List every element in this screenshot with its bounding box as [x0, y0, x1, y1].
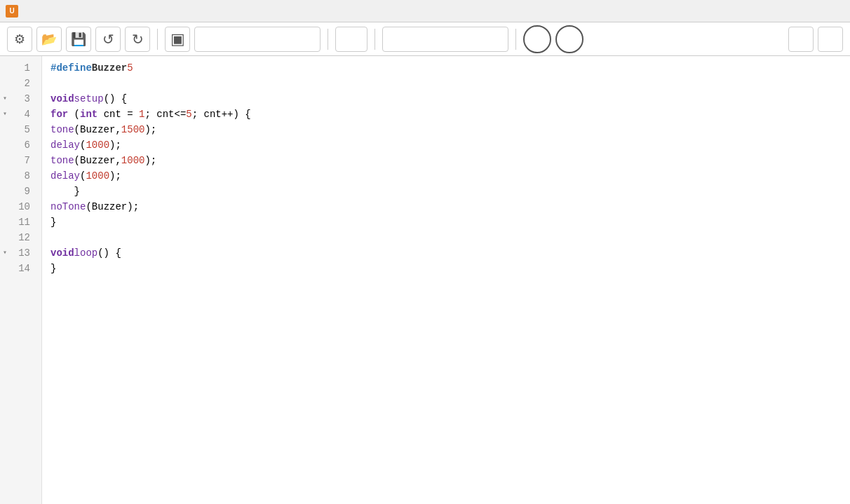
line-number: 2: [0, 76, 36, 91]
fold-arrow[interactable]: ▾: [3, 245, 7, 261]
settings-button[interactable]: ⚙: [7, 27, 32, 52]
separator-1: [157, 29, 158, 50]
code-line: delay(1000);: [50, 137, 842, 153]
code-line: }: [50, 214, 842, 230]
code-line: void loop() {: [50, 245, 842, 261]
line-number: ▾13: [0, 245, 36, 261]
separator-3: [375, 29, 375, 50]
code-line: }: [50, 184, 842, 199]
redo-icon: ↻: [132, 31, 144, 48]
window-controls: [745, 0, 844, 22]
code-line: noTone(Buzzer);: [50, 199, 842, 214]
line-number: 11: [0, 214, 36, 230]
titlebar-left: U: [6, 5, 32, 18]
code-line: [50, 76, 842, 91]
undo-icon: ↺: [102, 31, 114, 48]
code-editor[interactable]: #define Buzzer 5 void setup() { for (int…: [42, 56, 850, 504]
line-number: 12: [0, 230, 36, 245]
upload-button[interactable]: [555, 25, 583, 53]
fold-arrow[interactable]: ▾: [3, 107, 7, 122]
line-number: 14: [0, 261, 36, 276]
maximize-button[interactable]: [778, 0, 811, 22]
settings-icon: ⚙: [14, 32, 25, 47]
board-icon: ▣: [170, 30, 185, 48]
close-button[interactable]: [812, 0, 844, 22]
line-number: 10: [0, 199, 36, 214]
redo-button[interactable]: ↻: [125, 27, 150, 52]
code-line: tone(Buzzer,1000);: [50, 153, 842, 168]
undo-button[interactable]: ↺: [95, 27, 121, 52]
app-icon: U: [6, 5, 18, 18]
board-selector[interactable]: [194, 27, 321, 52]
line-number: ▾4: [0, 107, 36, 122]
code-line: delay(1000);: [50, 168, 842, 184]
line-number: 1: [0, 60, 36, 76]
open-button[interactable]: 📂: [36, 27, 62, 52]
usb-port-selector[interactable]: [382, 27, 508, 52]
board-icon-button[interactable]: ▣: [165, 27, 190, 52]
line-number: 8: [0, 168, 36, 184]
code-view-button[interactable]: [335, 27, 367, 52]
tablet-view-button[interactable]: [788, 27, 814, 52]
separator-2: [328, 29, 328, 50]
open-icon: 📂: [41, 32, 57, 47]
code-container: 12▾3▾456789101112▾1314 #define Buzzer 5 …: [0, 56, 850, 504]
save-button[interactable]: 💾: [66, 27, 91, 52]
toolbar: ⚙ 📂 💾 ↺ ↻ ▣: [0, 22, 850, 56]
code-line: void setup() {: [50, 91, 842, 107]
fold-arrow[interactable]: ▾: [3, 91, 7, 107]
line-number: 6: [0, 137, 36, 153]
code-line: tone(Buzzer,1500);: [50, 122, 842, 137]
line-numbers: 12▾3▾456789101112▾1314: [0, 56, 42, 504]
line-number: 7: [0, 153, 36, 168]
code-line: [50, 230, 842, 245]
verify-button[interactable]: [523, 25, 551, 53]
titlebar: U: [0, 0, 850, 22]
save-icon: 💾: [71, 32, 86, 47]
minimize-button[interactable]: [745, 0, 777, 22]
code-line: for (int cnt = 1; cnt<=5; cnt++) {: [50, 107, 842, 122]
help-button[interactable]: [818, 27, 843, 52]
line-number: 9: [0, 184, 36, 199]
line-number: ▾3: [0, 91, 36, 107]
line-number: 5: [0, 122, 36, 137]
code-line: }: [50, 261, 842, 276]
separator-4: [515, 29, 516, 50]
code-line: #define Buzzer 5: [50, 60, 842, 76]
